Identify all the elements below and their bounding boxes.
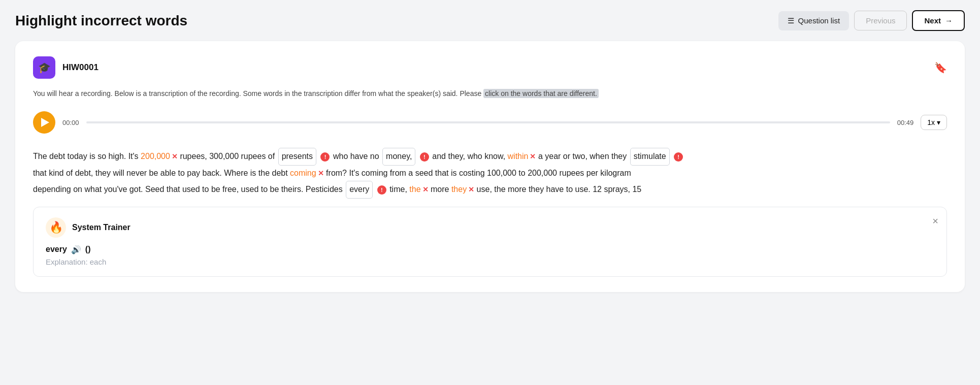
warning-icon: ! xyxy=(420,152,429,162)
trainer-header: 🔥 System Trainer xyxy=(46,217,934,238)
word-200000-incorrect[interactable]: 200,000 ✕ xyxy=(141,149,178,164)
word-they-text: they xyxy=(451,182,467,197)
list-icon: ☰ xyxy=(788,16,794,25)
trainer-word-row: every 🔊 () xyxy=(46,245,934,254)
next-label: Next xyxy=(924,16,941,25)
transcript-word: a year or two, when they xyxy=(538,152,627,161)
close-button[interactable]: × xyxy=(932,215,938,227)
time-current: 00:00 xyxy=(62,119,79,126)
question-list-label: Question list xyxy=(798,16,840,25)
transcript-word: depending on what you've got. Seed that … xyxy=(33,185,343,194)
question-type-icon: 🎓 xyxy=(33,56,55,79)
sound-icon[interactable]: 🔊 xyxy=(71,245,81,254)
instructions-text: You will hear a recording. Below is a tr… xyxy=(33,89,483,98)
transcript-word: who have no xyxy=(333,152,379,161)
main-card: 🎓 HIW0001 🔖 You will hear a recording. B… xyxy=(15,41,965,292)
word-the-incorrect[interactable]: the ✕ xyxy=(409,182,428,197)
progress-bar[interactable] xyxy=(86,121,890,123)
time-total: 00:49 xyxy=(897,119,914,126)
speed-selector[interactable]: 1x ▾ xyxy=(921,115,947,130)
x-icon: ✕ xyxy=(422,183,429,197)
previous-button[interactable]: Previous xyxy=(854,11,907,30)
x-icon: ✕ xyxy=(318,167,324,180)
transcript-word: from? It's coming from a seed that is co… xyxy=(326,169,631,177)
word-every-box[interactable]: every xyxy=(346,181,373,198)
warning-icon: ! xyxy=(377,185,386,195)
x-icon: ✕ xyxy=(530,150,536,164)
word-they-incorrect[interactable]: they ✕ xyxy=(451,182,474,197)
speed-value: 1x xyxy=(927,118,935,126)
arrow-right-icon: → xyxy=(945,16,953,25)
transcript-word: that kind of debt, they will never be ab… xyxy=(33,169,288,177)
word-coming-text: coming xyxy=(290,166,316,181)
explanation-label: Explanation: xyxy=(46,258,88,266)
word-stimulate-box[interactable]: stimulate xyxy=(630,148,670,165)
trainer-panel: 🔥 System Trainer × every 🔊 () Explanatio… xyxy=(33,207,947,277)
trainer-avatar: 🔥 xyxy=(46,217,66,238)
transcript-area: The debt today is so high. It's 200,000 … xyxy=(33,148,947,198)
word-within-text: within xyxy=(508,149,529,164)
card-header-left: 🎓 HIW0001 xyxy=(33,56,99,79)
header-actions: ☰ Question list Previous Next → xyxy=(778,10,965,31)
phonetic-text: () xyxy=(85,245,91,254)
chevron-down-icon: ▾ xyxy=(937,118,940,126)
play-icon xyxy=(41,118,49,127)
next-button[interactable]: Next → xyxy=(912,10,965,31)
page-title: Highlight incorrect words xyxy=(15,13,187,29)
card-header: 🎓 HIW0001 🔖 xyxy=(33,56,947,79)
trainer-name: System Trainer xyxy=(72,223,130,232)
word-within-incorrect[interactable]: within ✕ xyxy=(508,149,536,164)
word-the-text: the xyxy=(409,182,420,197)
instructions: You will hear a recording. Below is a tr… xyxy=(33,88,947,99)
word-coming-incorrect[interactable]: coming ✕ xyxy=(290,166,324,181)
word-200000-text: 200,000 xyxy=(141,149,170,164)
trainer-word-text: every xyxy=(46,245,67,254)
transcript-word: and they, who know, xyxy=(432,152,505,161)
trainer-explanation: Explanation: each xyxy=(46,258,934,266)
audio-player: 00:00 00:49 1x ▾ xyxy=(33,111,947,134)
explanation-value: each xyxy=(90,258,107,266)
x-icon: ✕ xyxy=(172,150,178,164)
question-list-button[interactable]: ☰ Question list xyxy=(778,11,850,30)
word-money-box[interactable]: money, xyxy=(382,148,415,165)
transcript-word: more xyxy=(431,185,449,194)
transcript-word: The debt today is so high. It's xyxy=(33,152,139,161)
warning-icon: ! xyxy=(674,152,683,162)
instructions-highlight: click on the words that are different. xyxy=(483,89,599,98)
question-id: HIW0001 xyxy=(62,62,99,73)
word-presents-box[interactable]: presents xyxy=(278,148,316,165)
warning-icon: ! xyxy=(320,152,330,162)
transcript-word: rupees, 300,000 rupees of xyxy=(180,152,275,161)
transcript-word: use, the more they have to use. 12 spray… xyxy=(477,185,642,194)
bookmark-icon[interactable]: 🔖 xyxy=(934,61,947,74)
play-button[interactable] xyxy=(33,111,55,134)
x-icon: ✕ xyxy=(468,183,474,197)
transcript-word: time, xyxy=(389,185,407,194)
